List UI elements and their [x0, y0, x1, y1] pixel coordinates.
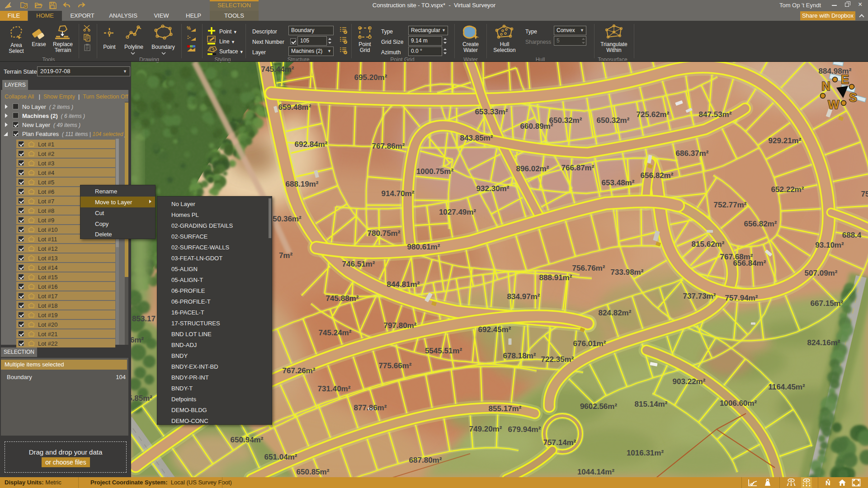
svg-text:980.61m²: 980.61m²: [407, 243, 440, 251]
svg-text:722.35m²: 722.35m²: [541, 355, 574, 364]
svg-text:815.62m²: 815.62m²: [692, 240, 725, 249]
svg-text:660.89m²: 660.89m²: [520, 122, 553, 131]
svg-text:50.36m²: 50.36m²: [273, 215, 302, 223]
svg-text:1016.31m²: 1016.31m²: [627, 449, 664, 457]
svg-text:653.33m²: 653.33m²: [475, 108, 508, 116]
svg-text:824.82m²: 824.82m²: [599, 309, 632, 317]
svg-text:507.09m²: 507.09m²: [805, 269, 838, 277]
svg-text:5545.51m²: 5545.51m²: [425, 347, 462, 355]
svg-text:775.66m²: 775.66m²: [379, 361, 412, 370]
svg-text:E: E: [841, 73, 849, 86]
svg-text:N: N: [821, 80, 830, 93]
svg-text:733.98m²: 733.98m²: [611, 268, 644, 277]
svg-text:686.37m²: 686.37m²: [676, 149, 709, 158]
svg-text:815.14m²: 815.14m²: [635, 400, 668, 408]
svg-text:853.17: 853.17: [132, 314, 156, 323]
svg-text:678.18m²: 678.18m²: [503, 352, 536, 360]
svg-text:651.04m²: 651.04m²: [264, 453, 297, 461]
svg-text:896.02m²: 896.02m²: [516, 164, 549, 173]
svg-text:1164.45m²: 1164.45m²: [768, 383, 805, 391]
svg-text:834.97m²: 834.97m²: [507, 292, 540, 301]
svg-text:914.70m²: 914.70m²: [382, 189, 415, 198]
svg-text:737.73m²: 737.73m²: [683, 292, 716, 300]
svg-text:9602.56m²: 9602.56m²: [580, 402, 618, 411]
svg-text:688.4: 688.4: [842, 231, 862, 239]
svg-text:659.48m²: 659.48m²: [278, 103, 311, 112]
svg-text:746.51m²: 746.51m²: [342, 260, 375, 268]
svg-text:757.94m²: 757.94m²: [725, 294, 758, 302]
svg-text:93.10m²: 93.10m²: [815, 241, 844, 249]
svg-text:797.80m²: 797.80m²: [384, 321, 417, 330]
svg-text:725.62m²: 725.62m²: [637, 110, 670, 119]
svg-text:731.40m²: 731.40m²: [318, 385, 351, 393]
svg-text:1000.75m²: 1000.75m²: [416, 167, 454, 176]
svg-text:855.17m²: 855.17m²: [489, 404, 522, 413]
svg-text:667.15m²: 667.15m²: [811, 299, 844, 308]
svg-text:767.26m²: 767.26m²: [283, 366, 316, 375]
svg-text:844.81m²: 844.81m²: [387, 280, 420, 289]
svg-text:688.19m²: 688.19m²: [286, 180, 319, 188]
svg-text:692.45m²: 692.45m²: [478, 325, 511, 334]
svg-text:%: %: [187, 26, 191, 31]
svg-text:676.01m²: 676.01m²: [573, 339, 606, 348]
svg-text:780.75m²: 780.75m²: [368, 229, 401, 238]
svg-text:767.86m²: 767.86m²: [372, 142, 405, 150]
svg-text:757.14m²: 757.14m²: [543, 438, 576, 447]
svg-text:7m²: 7m²: [279, 251, 293, 260]
svg-text:745.88m²: 745.88m²: [326, 294, 359, 303]
svg-text:687.80m²: 687.80m²: [409, 456, 442, 465]
svg-text:650.32m²: 650.32m²: [597, 116, 630, 125]
svg-text:1006.60m²: 1006.60m²: [720, 399, 757, 408]
svg-text:745.44m²: 745.44m²: [261, 65, 294, 74]
svg-text:652.22m²: 652.22m²: [771, 185, 804, 194]
svg-text:656.82m²: 656.82m²: [744, 220, 777, 228]
svg-text:S: S: [849, 91, 857, 104]
svg-text:766.87m²: 766.87m²: [561, 164, 594, 172]
svg-text:903.22m²: 903.22m²: [673, 377, 706, 386]
svg-text:650.32m²: 650.32m²: [549, 116, 582, 125]
svg-text:843.85m²: 843.85m²: [460, 134, 493, 142]
svg-text:650.85m²: 650.85m²: [297, 468, 330, 476]
svg-text:653.48m²: 653.48m²: [602, 178, 635, 187]
svg-text:6m²: 6m²: [131, 336, 144, 344]
svg-text:824.16m²: 824.16m²: [807, 338, 840, 347]
svg-text:1027.49m²: 1027.49m²: [439, 208, 476, 216]
svg-text:752.77m²: 752.77m²: [714, 201, 747, 209]
svg-text:5.85m²: 5.85m²: [131, 394, 152, 403]
svg-text:695.20m²: 695.20m²: [354, 73, 387, 82]
svg-text:679.94m²: 679.94m²: [508, 425, 541, 434]
svg-text:1044.14m²: 1044.14m²: [577, 468, 615, 476]
svg-text:656.84m²: 656.84m²: [733, 259, 766, 267]
svg-text:756.76m²: 756.76m²: [572, 264, 605, 272]
svg-text:877.86m²: 877.86m²: [354, 404, 387, 412]
svg-text:929.21m²: 929.21m²: [769, 136, 802, 145]
svg-text:932.30m²: 932.30m²: [476, 184, 509, 193]
svg-text:847.53m²: 847.53m²: [699, 110, 732, 119]
svg-text:650.94m²: 650.94m²: [231, 436, 264, 444]
svg-text:W: W: [828, 98, 840, 112]
svg-text:656.82m²: 656.82m²: [641, 171, 674, 180]
svg-text:749.20m²: 749.20m²: [469, 425, 502, 433]
svg-text:692.84m²: 692.84m²: [295, 140, 328, 149]
svg-text:745.24m²: 745.24m²: [319, 328, 352, 337]
svg-text:888.91m²: 888.91m²: [539, 273, 572, 282]
svg-text:75: 75: [861, 190, 868, 198]
